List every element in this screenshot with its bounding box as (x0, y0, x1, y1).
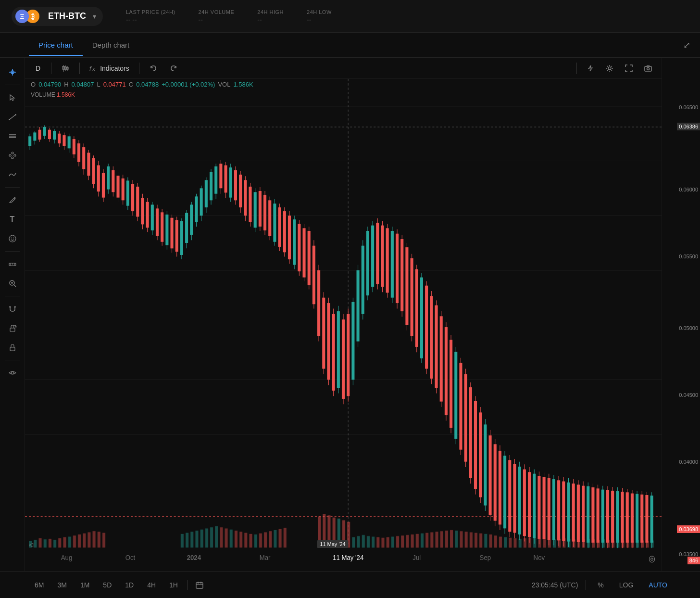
svg-rect-143 (244, 180, 247, 216)
tf-6m-btn[interactable]: 6M (29, 578, 50, 592)
stat-high: 24H HIGH -- (257, 9, 284, 24)
calendar-btn[interactable] (192, 577, 207, 593)
svg-rect-369 (421, 534, 424, 548)
svg-rect-371 (430, 532, 433, 547)
lightning-icon[interactable] (583, 61, 598, 76)
eye-icon[interactable] (4, 364, 21, 382)
tf-1d-btn[interactable]: 1D (119, 578, 139, 592)
ctrl-sep-1 (586, 580, 586, 590)
percent-btn[interactable]: % (594, 579, 607, 591)
redo-btn[interactable] (165, 62, 182, 75)
last-price-value: -- -- (126, 16, 175, 24)
chart-type-btn[interactable] (57, 62, 74, 75)
camera-icon[interactable] (640, 61, 656, 76)
svg-rect-125 (200, 188, 203, 216)
svg-rect-97 (131, 184, 134, 211)
settings-icon[interactable] (602, 61, 617, 76)
ruler-icon[interactable] (4, 255, 21, 273)
emoji-icon[interactable] (4, 230, 21, 247)
timeframe-d-btn[interactable]: D (31, 63, 45, 74)
svg-rect-257 (523, 470, 526, 536)
ohlc-vol-value: 1.586K (233, 81, 253, 88)
svg-rect-370 (425, 533, 428, 547)
tf-5d-btn[interactable]: 5D (97, 578, 117, 592)
svg-rect-328 (190, 532, 193, 547)
svg-rect-99 (136, 187, 139, 217)
svg-rect-412 (631, 540, 634, 547)
chart-inner-toolbar: D f x Indicators (25, 58, 662, 79)
indicators-btn[interactable]: f x Indicators (86, 63, 133, 74)
tf-1h-btn[interactable]: 1H (163, 578, 184, 592)
svg-rect-111 (165, 215, 168, 245)
svg-rect-183 (342, 319, 345, 399)
tf-1m-btn[interactable]: 1M (75, 578, 95, 592)
svg-rect-231 (459, 363, 462, 450)
zoom-icon[interactable] (4, 275, 21, 292)
svg-rect-165 (298, 224, 300, 271)
svg-point-9 (9, 154, 11, 156)
svg-rect-145 (249, 187, 251, 222)
auto-btn[interactable]: AUTO (645, 579, 671, 591)
svg-rect-241 (484, 424, 487, 505)
trend-line-icon[interactable] (4, 108, 21, 126)
pen-icon[interactable] (4, 191, 21, 209)
ohlc-h-value: 0.04807 (72, 81, 94, 88)
text-icon[interactable]: T (4, 211, 21, 228)
ohlc-o-value: 0.04790 (38, 81, 61, 88)
wave-icon[interactable] (4, 166, 21, 183)
magnet-icon[interactable] (4, 300, 21, 318)
pair-icons: Ξ ₿ (15, 10, 39, 23)
svg-rect-57 (33, 132, 36, 140)
svg-rect-79 (87, 153, 90, 176)
volume-label: VOLUME 1.586K (31, 91, 75, 98)
pair-selector[interactable]: Ξ ₿ ETH-BTC ▾ (12, 7, 103, 26)
svg-rect-368 (416, 534, 419, 547)
left-toolbar: T (0, 58, 25, 571)
node-graph-icon[interactable] (4, 147, 21, 164)
chart-container: T (0, 58, 700, 571)
svg-rect-380 (475, 533, 477, 547)
svg-rect-334 (220, 527, 223, 547)
tab-depth-chart[interactable]: Depth chart (83, 34, 139, 56)
tab-price-chart[interactable]: Price chart (29, 34, 83, 56)
lock-icon[interactable] (4, 339, 21, 356)
svg-rect-199 (381, 226, 384, 287)
cursor-icon[interactable] (4, 89, 21, 106)
svg-point-4 (9, 119, 10, 120)
svg-rect-356 (357, 536, 360, 547)
undo-btn[interactable] (145, 62, 162, 75)
lock-pen-icon[interactable] (4, 319, 21, 337)
svg-rect-167 (302, 228, 305, 277)
svg-rect-271 (557, 480, 560, 540)
crosshair-icon[interactable] (4, 64, 21, 81)
svg-rect-285 (591, 487, 594, 543)
indicators-label: Indicators (100, 64, 129, 72)
svg-rect-195 (371, 226, 374, 287)
expand-icon[interactable]: ⤢ (683, 40, 690, 51)
svg-rect-213 (415, 269, 418, 347)
low-label: 24H LOW (307, 9, 332, 15)
svg-rect-181 (337, 311, 340, 388)
price-level-0065: 0.06500 (679, 104, 698, 110)
ohlc-o-label: O (31, 81, 36, 88)
svg-rect-107 (156, 208, 159, 236)
svg-rect-137 (229, 167, 232, 198)
svg-rect-223 (440, 316, 443, 401)
svg-rect-197 (376, 223, 379, 284)
svg-rect-313 (44, 539, 47, 547)
horizontal-ray-icon[interactable] (4, 127, 21, 145)
chart-body[interactable]: D f x Indicators (25, 58, 662, 571)
svg-rect-327 (186, 533, 188, 547)
svg-rect-373 (440, 531, 443, 547)
svg-rect-329 (195, 531, 198, 547)
log-btn[interactable]: LOG (615, 579, 638, 591)
svg-rect-157 (278, 207, 281, 247)
ohlc-l-label: L (97, 81, 100, 88)
tf-3m-btn[interactable]: 3M (51, 578, 72, 592)
tf-4h-btn[interactable]: 4H (141, 578, 162, 592)
svg-rect-387 (509, 538, 512, 547)
svg-rect-409 (616, 540, 619, 547)
fullscreen-icon[interactable] (621, 61, 637, 76)
chart-canvas[interactable]: Aug Oct 2024 Mar 11 May '24 Jul Sep Nov … (25, 79, 662, 571)
svg-rect-265 (543, 477, 546, 539)
